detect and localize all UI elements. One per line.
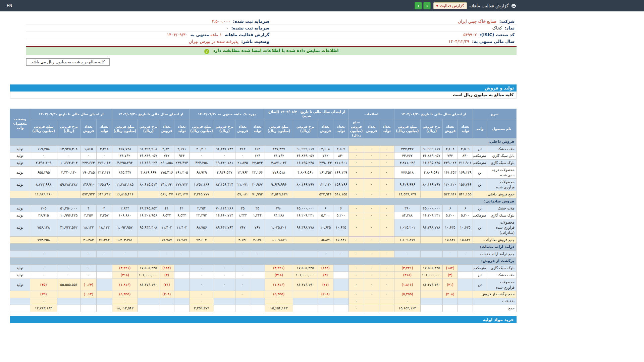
table-cell: ۰ (348, 291, 364, 298)
table-cell: ۰ (112, 251, 138, 258)
table-cell (420, 191, 442, 198)
column-header: تعداد تولید (379, 119, 394, 138)
report-ending-date: ۱۴۰۴/۰۹/۳۰ (167, 32, 187, 37)
prev-button[interactable]: ‹ (423, 2, 431, 9)
section-header-cell: درآمد ارائه خدمات: (10, 243, 516, 251)
table-cell: ۰ (348, 212, 364, 219)
table-cell: ۸۰,۱۶۹,۷۹۷ (293, 179, 318, 191)
table-cell: (۳,۲۲۱) (265, 265, 293, 272)
table-cell: ۰ (189, 298, 214, 305)
table-cell: ۱۶۹,۱۳۹ (458, 166, 473, 179)
table-cell: ۸۰,۱۶۹,۷۹۷ (420, 179, 442, 191)
unit-cell: مترمکعب (473, 153, 487, 160)
table-cell: ۳۹۰ (394, 205, 420, 212)
status-cell: تولید (10, 279, 30, 291)
table-cell: ۲۱,۴۸۴ (80, 236, 96, 243)
table-cell: ۱۶,۸۱۵,۴۱۶ (112, 191, 138, 198)
purchase-raw-materials-bar: خرید مواد اولیه (10, 316, 517, 323)
table-cell: ۲,۱۴۶ (235, 236, 250, 243)
table-cell: ۵,۲۰۰ (458, 212, 473, 219)
table-cell: ۱۷,۵۰۵,۴۳۵ (420, 265, 442, 272)
table-cell: ۱۰۶,۰۰۰,۰۰۰ (138, 272, 159, 279)
table-section-row: فروش داخلی: (10, 138, 516, 146)
table-cell: ۱۰,۶۳۵ (442, 219, 458, 236)
table-cell: ۶,۵۴۴ (159, 212, 174, 219)
column-header: تعداد تولید (96, 119, 112, 138)
registered-capital-value: ۳,۵۰۰,۰۰۰ (212, 19, 230, 24)
table-cell: (۲۱) (159, 279, 174, 291)
info-row: نماد: کخاک سرمایه ثبت نشده: ۰ (26, 25, 517, 32)
table-cell: ۰ (189, 279, 214, 291)
table-row: جمع فروش داخلی۵۴۱,۱۵۵۵۲۳,۹۴۶۱۴,۵۴۹,۶۳۹۰۰… (10, 191, 516, 198)
table-cell (318, 298, 333, 305)
table-cell: ۱۷۵,۴۱۶ (159, 166, 174, 179)
table-cell: ۶۸,۹۲۹ (189, 166, 214, 179)
unit-cell: تن (473, 179, 487, 191)
table-cell: ۲,۸۲۰ (159, 145, 174, 153)
table-cell: ۰ (214, 153, 235, 160)
unit-cell: تن (473, 166, 487, 179)
table-cell: ۷۶۷ (235, 219, 250, 236)
table-cell: ۰ (394, 251, 420, 258)
table-cell: ۰ (348, 251, 364, 258)
table-cell: ۹۵,۹۴۴,۳۰۸ (138, 219, 159, 236)
section-header-cell: فروش صادراتی: (10, 198, 516, 205)
table-cell (174, 279, 189, 291)
table-cell: ۲۱,۸۳۵ (235, 160, 250, 167)
table-cell (57, 305, 80, 312)
isic-value: ۵۴۹۹۰۲ (463, 32, 477, 37)
column-header: مبلغ فروش (میلیون ریال) (348, 119, 364, 138)
table-cell: ۰ (348, 305, 364, 312)
column-header: تعداد فروش (318, 119, 333, 138)
table-cell: ۱۴۱,۱۹۱ (159, 179, 174, 191)
company-info-table: شرکت: صنایع خاک چيني ايران سرمایه ثبت شد… (26, 18, 517, 45)
table-cell: ۲,۲۶۵,۷۷۷ (189, 191, 214, 198)
table-cell: ۴,۸۰۹,۵۶۱ (293, 166, 318, 179)
table-cell: ۸۴۰ (458, 153, 473, 160)
table-cell: ۰ (379, 166, 394, 179)
table-cell: ۰ (80, 272, 96, 279)
unit-cell: تن (473, 219, 487, 236)
table-cell: ۲۱۳,۱۴۱ (96, 166, 112, 179)
product-name-cell: ملات خشک (487, 145, 517, 153)
unit-cell: تن (473, 272, 487, 279)
table-cell: ۰ (348, 265, 364, 272)
print-icon[interactable] (511, 3, 517, 9)
table-cell: ۰ (235, 279, 250, 291)
table-cell (293, 236, 318, 243)
table-cell: ۸۹,۶۴۲,۷۶۴ (214, 219, 235, 236)
table-cell: ۷۶۷ (250, 219, 265, 236)
table-cell: (۳۱۸) (112, 272, 138, 279)
column-header: مبلغ فروش (میلیون ریال) (189, 119, 214, 138)
table-cell: ۸۴۰ (333, 153, 348, 160)
table-row: پانل سبک گازيمترمکعب۸۴۰۷۴۲۴۶,۸۴۹,۰۵۷۳۴,۷… (10, 153, 516, 160)
table-cell: ۱۶۲ (250, 145, 265, 153)
table-cell (420, 236, 442, 243)
table-cell: ۰ (235, 153, 250, 160)
product-name-cell: بلوک سبک گازي (487, 265, 517, 272)
table-cell: ۱۴۶,۹۱۰ (80, 179, 96, 191)
table-cell: ۱۹,۴۳۰,۱۸۱ (214, 160, 235, 167)
table-cell: ۷۷۶,۵۱۸ (394, 166, 420, 179)
table-cell: ۶۵۵,۲۹۵ (30, 166, 57, 179)
table-cell (458, 272, 473, 279)
next-button[interactable]: › (415, 2, 422, 9)
table-cell: ۶۳,۹۴۵,۳۰۸ (57, 145, 80, 153)
table-cell (442, 305, 458, 312)
table-cell: ۱۵,۶۵۴,۱۶۳ (394, 305, 420, 312)
table-cell: ۱۵,۸۴۱ (318, 236, 333, 243)
table-cell: ۰ (364, 153, 379, 160)
table-cell: (۱,۸۱۶) (265, 279, 293, 291)
table-cell: ۸۶,۴۷۶,۱۹۰ (420, 279, 442, 291)
table-cell: ۱۲۰,۱۲۰ (442, 179, 458, 191)
report-type-select[interactable]: گزارش فعالیت ▾ (433, 2, 467, 9)
table-cell: ۰ (379, 205, 394, 212)
table-cell: ۶۱۲,۱۴۷ (174, 191, 189, 198)
total-label-cell: تخفیفات (473, 298, 516, 305)
signature-banner-wrap: اطلاعات نمایش داده شده با اطلاعات امضا ش… (26, 46, 517, 55)
status-cell (10, 305, 30, 312)
table-row: محصولات فرآوري شده (صادراتي)تن۱۰,۶۳۵۱۰,۶… (10, 219, 516, 236)
table-cell (159, 298, 174, 305)
table-cell: ۴۶,۸۴۹,۰۵۷ (138, 153, 159, 160)
language-toggle[interactable]: EN (7, 3, 12, 8)
